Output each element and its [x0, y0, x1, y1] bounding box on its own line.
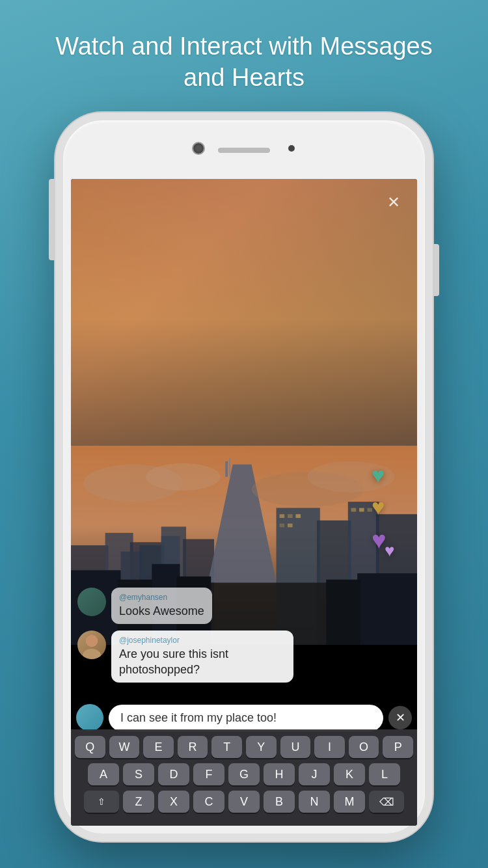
- key-L[interactable]: L: [369, 763, 400, 785]
- svg-rect-7: [225, 461, 228, 476]
- message-bubble-2: @josephinetaylor Are you sure this isnt …: [77, 631, 365, 683]
- key-P[interactable]: P: [383, 736, 413, 758]
- username-1: @emyhansen: [119, 593, 204, 602]
- svg-point-38: [86, 635, 98, 647]
- key-X[interactable]: X: [158, 791, 189, 813]
- key-Q[interactable]: Q: [75, 736, 105, 758]
- heart-purple-small[interactable]: ♥: [385, 541, 394, 561]
- svg-rect-19: [295, 514, 301, 518]
- key-B[interactable]: B: [264, 791, 295, 813]
- key-K[interactable]: K: [334, 763, 365, 785]
- key-O[interactable]: O: [349, 736, 379, 758]
- speaker: [218, 148, 270, 153]
- page-title: Watch and Interact with Messages and Hea…: [0, 31, 488, 93]
- key-D[interactable]: D: [158, 763, 189, 785]
- key-E[interactable]: E: [143, 736, 174, 758]
- heart-green[interactable]: ♥: [372, 463, 404, 488]
- svg-rect-30: [357, 573, 417, 645]
- key-shift[interactable]: ⇧: [84, 791, 119, 813]
- heart-gold[interactable]: ♥: [372, 495, 404, 520]
- key-Y[interactable]: Y: [246, 736, 277, 758]
- city-background: [71, 179, 417, 645]
- hearts-container: ♥ ♥ ♥ ♥: [372, 463, 404, 562]
- key-A[interactable]: A: [88, 763, 119, 785]
- svg-rect-18: [288, 514, 293, 518]
- username-2: @josephinetaylor: [119, 636, 286, 645]
- input-user-avatar: [76, 704, 103, 731]
- messages-area: @emyhansen Looks Awesome @josephinetaylo…: [77, 588, 365, 689]
- keyboard: Q W E R T Y U I O P A S D F G H J K: [71, 729, 417, 826]
- message-input[interactable]: I can see it from my place too!: [109, 705, 383, 731]
- phone-top-bar: [63, 120, 425, 179]
- input-close-button[interactable]: ✕: [388, 706, 412, 729]
- key-R[interactable]: R: [178, 736, 208, 758]
- key-W[interactable]: W: [109, 736, 140, 758]
- svg-rect-8: [229, 458, 230, 477]
- keyboard-row-1: Q W E R T Y U I O P: [75, 736, 413, 758]
- front-camera: [193, 143, 204, 154]
- bubble-content-2: @josephinetaylor Are you sure this isnt …: [111, 631, 293, 683]
- message-bubble-1: @emyhansen Looks Awesome: [77, 588, 365, 624]
- key-I[interactable]: I: [314, 736, 345, 758]
- svg-point-37: [83, 649, 101, 659]
- svg-rect-23: [359, 508, 364, 511]
- key-F[interactable]: F: [193, 763, 224, 785]
- phone-shell: ✕ ♥ ♥ ♥ ♥ @emyhansen Looks Awesome: [55, 113, 433, 841]
- input-bar: I can see it from my place too! ✕: [76, 704, 412, 731]
- message-text-1: Looks Awesome: [119, 604, 204, 619]
- key-T[interactable]: T: [211, 736, 242, 758]
- key-Z[interactable]: Z: [123, 791, 154, 813]
- key-J[interactable]: J: [299, 763, 330, 785]
- key-S[interactable]: S: [123, 763, 154, 785]
- sensor: [288, 145, 295, 152]
- svg-rect-20: [280, 523, 285, 527]
- avatar-1: [77, 588, 106, 616]
- key-C[interactable]: C: [193, 791, 224, 813]
- key-H[interactable]: H: [264, 763, 295, 785]
- key-M[interactable]: M: [334, 791, 365, 813]
- svg-rect-22: [351, 508, 357, 511]
- close-button[interactable]: ✕: [382, 191, 405, 214]
- phone-screen: ✕ ♥ ♥ ♥ ♥ @emyhansen Looks Awesome: [71, 179, 417, 826]
- key-G[interactable]: G: [228, 763, 260, 785]
- key-V[interactable]: V: [228, 791, 260, 813]
- key-backspace[interactable]: ⌫: [369, 791, 404, 813]
- keyboard-row-3: ⇧ Z X C V B N M ⌫: [75, 791, 413, 813]
- avatar-2: [77, 631, 106, 659]
- svg-point-33: [146, 463, 221, 490]
- keyboard-row-2: A S D F G H J K L: [75, 763, 413, 785]
- message-text-2: Are you sure this isnt photoshopped?: [119, 647, 286, 677]
- key-N[interactable]: N: [299, 791, 330, 813]
- key-U[interactable]: U: [280, 736, 311, 758]
- bubble-content-1: @emyhansen Looks Awesome: [111, 588, 212, 624]
- svg-rect-21: [288, 523, 293, 527]
- svg-rect-17: [280, 514, 285, 518]
